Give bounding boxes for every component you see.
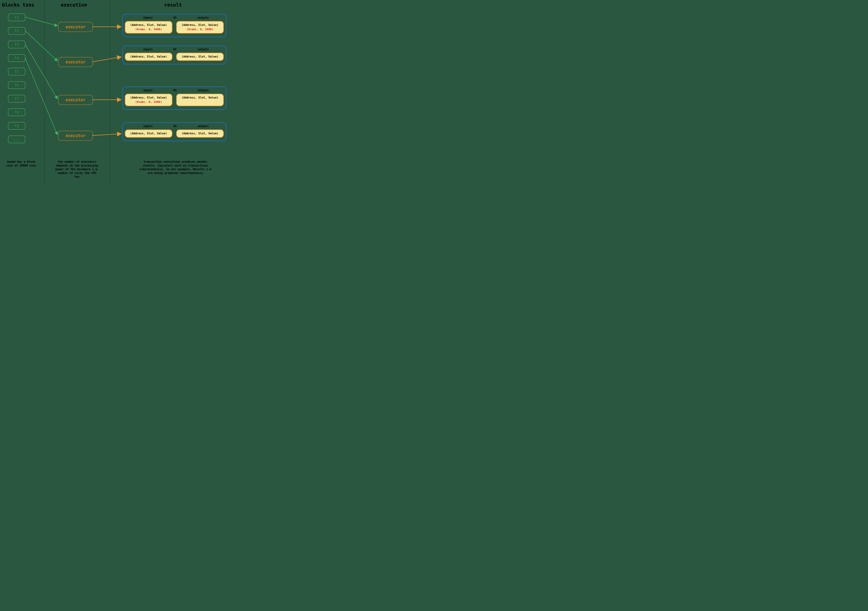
diagram-stage: blocks txns execution result T1 T2 T3 T4… bbox=[0, 0, 267, 187]
r2-input-tuple: (Address, Slot, Value) bbox=[130, 55, 167, 58]
r1-outputs-label: outputs bbox=[198, 16, 209, 19]
r1-outputs-panel: (Address, Slot, Value) (0×abc, 0, 1000) bbox=[176, 21, 224, 34]
r2-outputs-panel: (Address, Slot, Value) bbox=[176, 53, 224, 61]
caption-result: transaction executions produces pendin r… bbox=[137, 160, 214, 175]
r4-output-tuple: (Address, Slot, Value) bbox=[181, 132, 219, 135]
r3-input-example: (0×abc, 0, 1000) bbox=[135, 100, 162, 104]
r1-output-tuple: (Address, Slot, Value) bbox=[181, 23, 219, 26]
r1-inputs-label: inputs bbox=[143, 16, 153, 19]
r3-output-tuple: (Address, Slot, Value) bbox=[181, 96, 219, 99]
r4-inputs-label: inputs bbox=[143, 124, 153, 128]
txn-more: ... bbox=[8, 135, 25, 143]
executor-4: executor bbox=[58, 131, 93, 141]
result-r3: inputs R3 outputs (Address, Slot, Value)… bbox=[122, 87, 226, 110]
result-r4: inputs R4 outputs (Address, Slot, Value)… bbox=[122, 122, 226, 141]
r3-outputs-panel: (Address, Slot, Value) bbox=[176, 94, 224, 106]
txn-t6: T6 bbox=[8, 81, 25, 89]
header-blocks-txns: blocks txns bbox=[2, 2, 34, 8]
r3-inputs-panel: (Address, Slot, Value) (0×abc, 0, 1000) bbox=[125, 94, 172, 106]
svg-line-2 bbox=[25, 17, 57, 26]
txn-t7: T7 bbox=[8, 95, 25, 103]
r1-input-tuple: (Address, Slot, Value) bbox=[130, 23, 167, 26]
r4-inputs-panel: (Address, Slot, Value) bbox=[125, 129, 172, 138]
r3-input-tuple: (Address, Slot, Value) bbox=[130, 96, 167, 99]
r1-id: R1 bbox=[174, 16, 177, 19]
header-execution: execution bbox=[61, 2, 87, 8]
r1-output-example: (0×abc, 0, 1000) bbox=[187, 28, 213, 31]
result-r2: inputs R2 outputs (Address, Slot, Value)… bbox=[122, 45, 226, 64]
txn-t2: T2 bbox=[8, 27, 25, 35]
txn-t3: T3 bbox=[8, 40, 25, 48]
r2-output-tuple: (Address, Slot, Value) bbox=[181, 55, 219, 58]
r1-input-example: (0×abc, 0, 1000) bbox=[135, 28, 162, 31]
caption-exec: the number of executors depends on the p… bbox=[55, 160, 99, 179]
txn-t8: T8 bbox=[8, 109, 25, 116]
r1-inputs-panel: (Address, Slot, Value) (0×abc, 0, 1000) bbox=[125, 21, 172, 34]
executor-1: executor bbox=[58, 22, 93, 32]
r4-outputs-label: outputs bbox=[198, 124, 209, 128]
executor-3: executor bbox=[58, 95, 93, 105]
r2-id: R2 bbox=[174, 48, 177, 51]
txn-t9: T9 bbox=[8, 122, 25, 130]
executor-2: executor bbox=[58, 57, 93, 67]
caption-txns: monad has a block size of 10000 txns bbox=[4, 160, 38, 167]
r3-inputs-label: inputs bbox=[143, 89, 153, 92]
r2-inputs-label: inputs bbox=[143, 48, 153, 51]
svg-line-9 bbox=[92, 134, 121, 135]
r4-outputs-panel: (Address, Slot, Value) bbox=[176, 129, 224, 138]
r4-id: R4 bbox=[174, 124, 177, 128]
result-r1: inputs R1 outputs (Address, Slot, Value)… bbox=[122, 14, 226, 37]
r3-outputs-label: outputs bbox=[198, 89, 209, 92]
txn-t1: T1 bbox=[8, 14, 25, 21]
r2-inputs-panel: (Address, Slot, Value) bbox=[125, 53, 172, 61]
svg-line-3 bbox=[25, 31, 57, 61]
txn-t4: T4 bbox=[8, 54, 25, 62]
r4-input-tuple: (Address, Slot, Value) bbox=[130, 132, 167, 135]
svg-line-7 bbox=[92, 57, 121, 62]
header-result: result bbox=[164, 2, 182, 8]
r3-id: R3 bbox=[174, 89, 177, 92]
r2-outputs-label: outputs bbox=[198, 48, 209, 51]
svg-line-4 bbox=[25, 44, 57, 99]
svg-line-5 bbox=[25, 58, 57, 135]
txn-t5: T5 bbox=[8, 68, 25, 75]
